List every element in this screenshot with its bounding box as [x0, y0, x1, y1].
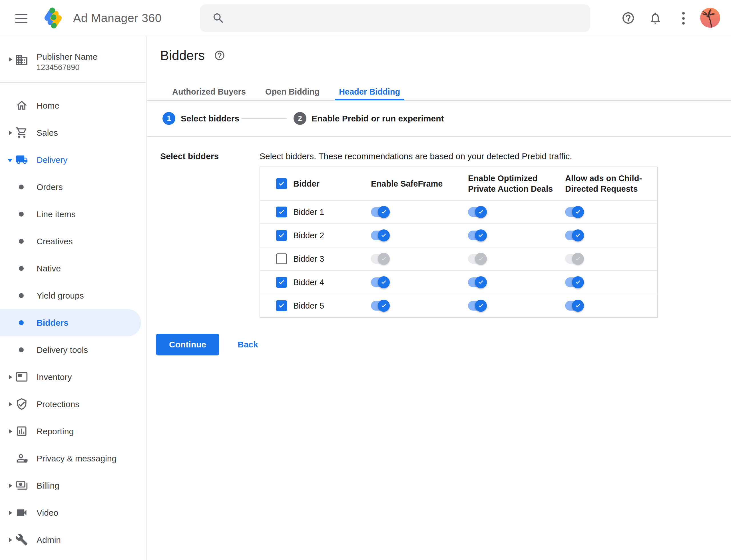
child-directed-toggle[interactable]: [565, 254, 583, 264]
sidebar-item-creatives[interactable]: Creatives: [0, 228, 146, 255]
section-description: Select bidders. These recommendations ar…: [260, 151, 572, 161]
sidebar-item-label: Billing: [37, 472, 59, 499]
safeframe-toggle[interactable]: [371, 301, 389, 311]
row-checkbox[interactable]: [276, 207, 287, 217]
more-vert-icon[interactable]: [682, 12, 685, 25]
safeframe-toggle[interactable]: [371, 231, 389, 240]
step-2-indicator: 2: [294, 112, 307, 125]
sidebar-item-sales[interactable]: Sales: [0, 119, 146, 146]
sidebar-divider: [0, 82, 146, 83]
global-search[interactable]: [200, 4, 590, 32]
help-icon[interactable]: [621, 11, 635, 25]
sidebar-item-delivery-tools[interactable]: Delivery tools: [0, 336, 146, 363]
tab-header-bidding[interactable]: Header Bidding: [335, 84, 404, 101]
sidebar-item-label: Home: [37, 92, 59, 119]
tab-bar: Authorized Buyers Open Bidding Header Bi…: [168, 84, 404, 101]
menu-icon[interactable]: [15, 14, 27, 23]
help-circle-icon[interactable]: [214, 50, 225, 61]
tab-label: Header Bidding: [339, 87, 400, 96]
table-row-bidder-2: Bidder 2: [260, 224, 657, 247]
building-icon: [15, 53, 29, 67]
bidder-name: Bidder 1: [293, 201, 324, 223]
sidebar-item-yield-groups[interactable]: Yield groups: [0, 282, 146, 309]
table-row-bidder-1: Bidder 1: [260, 201, 657, 224]
main-content: Bidders Authorized Buyers Open Bidding H…: [147, 36, 731, 560]
cart-icon: [15, 126, 28, 139]
optimized-deals-toggle[interactable]: [468, 301, 486, 311]
sidebar-item-label: Sales: [37, 119, 58, 146]
column-header-optimized-deals: Enable Optimized Private Auction Deals: [468, 173, 555, 194]
stepper-divider: [147, 136, 731, 137]
bullet-icon: [19, 347, 24, 352]
sidebar-item-reporting[interactable]: Reporting: [0, 418, 146, 445]
expand-right-icon: [9, 429, 12, 434]
sidebar-item-protections[interactable]: Protections: [0, 391, 146, 418]
optimized-deals-toggle[interactable]: [468, 277, 486, 287]
sidebar-item-home[interactable]: Home: [0, 92, 146, 119]
optimized-deals-toggle[interactable]: [468, 254, 486, 264]
bidder-name: Bidder 2: [293, 224, 324, 247]
bullet-icon: [19, 293, 24, 298]
inventory-icon: [15, 371, 28, 383]
tab-authorized-buyers[interactable]: Authorized Buyers: [168, 84, 251, 101]
sidebar-item-native[interactable]: Native: [0, 255, 146, 282]
shield-check-icon: [15, 398, 28, 410]
home-icon: [15, 99, 28, 112]
expand-right-icon: [9, 538, 12, 542]
sidebar-item-video[interactable]: Video: [0, 499, 146, 526]
select-all-checkbox[interactable]: [276, 178, 287, 189]
app-title: Ad Manager 360: [73, 0, 162, 36]
sidebar-item-bidders[interactable]: Bidders: [0, 309, 141, 336]
search-input[interactable]: [234, 9, 582, 27]
sidebar-item-orders[interactable]: Orders: [0, 173, 146, 201]
row-checkbox[interactable]: [276, 277, 287, 288]
back-button[interactable]: Back: [232, 334, 264, 355]
expand-right-icon: [9, 483, 12, 488]
bullet-icon: [19, 185, 24, 189]
continue-button[interactable]: Continue: [156, 334, 219, 355]
sidebar-item-label: Native: [37, 255, 61, 282]
search-icon: [212, 12, 225, 25]
bar-chart-icon: [15, 425, 28, 437]
notifications-icon[interactable]: [648, 11, 662, 25]
wrench-icon: [15, 533, 28, 546]
step-1-indicator: 1: [163, 112, 175, 125]
sidebar-item-label: Video: [37, 499, 58, 526]
child-directed-toggle[interactable]: [565, 231, 583, 240]
child-directed-toggle[interactable]: [565, 277, 583, 287]
bidder-name: Bidder 3: [293, 247, 324, 270]
payments-icon: [15, 479, 28, 492]
row-checkbox[interactable]: [276, 300, 287, 311]
sidebar-item-line-items[interactable]: Line items: [0, 201, 146, 228]
step-1-label: Select bidders: [181, 112, 239, 125]
expand-right-icon: [9, 57, 12, 62]
row-checkbox[interactable]: [276, 230, 287, 241]
publisher-selector[interactable]: Publisher Name 1234567890: [0, 43, 146, 78]
expand-down-icon: [8, 159, 12, 162]
optimized-deals-toggle[interactable]: [468, 207, 486, 217]
column-header-child-directed: Allow ads on Child-Directed Requests: [565, 173, 646, 194]
child-directed-toggle[interactable]: [565, 207, 583, 217]
truck-icon: [15, 153, 28, 166]
page-title: Bidders: [160, 48, 205, 63]
table-row-bidder-4: Bidder 4: [260, 271, 657, 294]
sidebar-item-delivery[interactable]: Delivery: [0, 146, 146, 173]
safeframe-toggle[interactable]: [371, 277, 389, 287]
column-header-bidder: Bidder: [293, 178, 320, 189]
child-directed-toggle[interactable]: [565, 301, 583, 311]
sidebar-item-label: Orders: [37, 173, 63, 201]
bullet-icon: [19, 320, 24, 325]
sidebar-item-label: Privacy & messaging: [37, 445, 117, 472]
account-avatar[interactable]: [700, 8, 720, 28]
tab-label: Authorized Buyers: [172, 87, 246, 96]
sidebar-item-inventory[interactable]: Inventory: [0, 363, 146, 391]
sidebar-item-admin[interactable]: Admin: [0, 526, 146, 553]
optimized-deals-toggle[interactable]: [468, 231, 486, 240]
safeframe-toggle[interactable]: [371, 254, 389, 264]
sidebar-item-privacy-messaging[interactable]: Privacy & messaging: [0, 445, 146, 472]
tab-open-bidding[interactable]: Open Bidding: [261, 84, 324, 101]
sidebar-item-billing[interactable]: Billing: [0, 472, 146, 499]
row-checkbox[interactable]: [276, 253, 287, 264]
safeframe-toggle[interactable]: [371, 207, 389, 217]
videocam-icon: [15, 506, 28, 519]
